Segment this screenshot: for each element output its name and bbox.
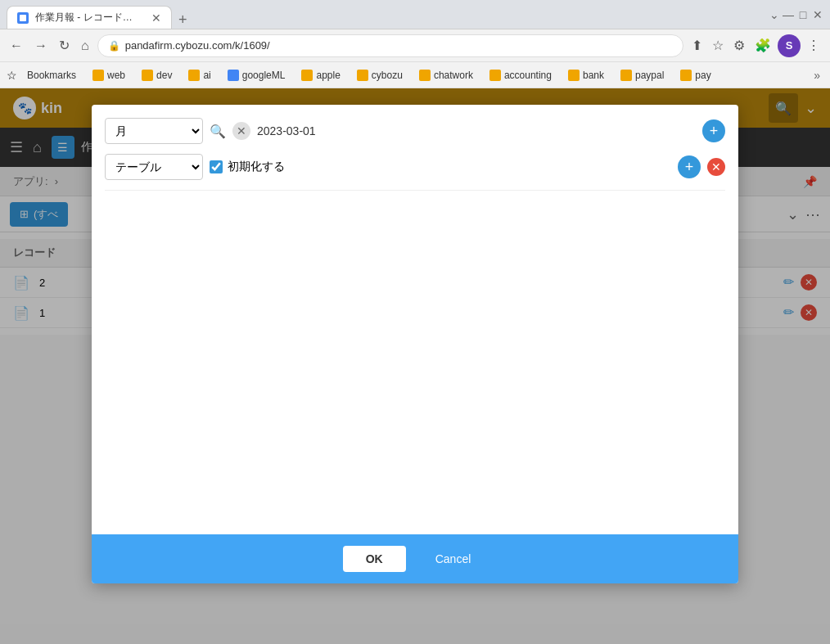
forward-button[interactable]: → (31, 35, 51, 56)
modal-spacer (105, 194, 725, 521)
modal-separator (105, 190, 725, 191)
avatar[interactable]: S (778, 34, 801, 57)
view-type-select[interactable]: テーブル カレンダー リスト (105, 154, 203, 180)
bookmark-web[interactable]: web (86, 68, 132, 83)
browser-chrome: 作業月報 - レコードの一覧 ✕ + ⌄ — □ ✕ ← → ↻ ⌂ 🔒 pan… (0, 0, 830, 88)
window-controls: ⌄ — □ ✕ (769, 8, 823, 21)
bookmark-apple[interactable]: apple (295, 68, 346, 83)
bookmark-accounting[interactable]: accounting (483, 68, 558, 83)
add-row-2-button[interactable]: + (678, 155, 701, 178)
remove-row-2-button[interactable]: ✕ (707, 158, 725, 176)
tab-favicon (17, 12, 29, 24)
nav-bar: ← → ↻ ⌂ 🔒 pandafirm.cybozu.com/k/1609/ ⬆… (0, 29, 830, 62)
clear-date-button[interactable]: ✕ (232, 122, 250, 140)
tab-close-icon[interactable]: ✕ (151, 11, 161, 25)
modal-row-2: テーブル カレンダー リスト 初期化する + ✕ (105, 154, 725, 180)
profile-icon[interactable]: 🧩 (751, 34, 774, 57)
bookmark-chatwork[interactable]: chatwork (413, 68, 480, 83)
title-bar: 作業月報 - レコードの一覧 ✕ + ⌄ — □ ✕ (0, 0, 830, 29)
bookmarks-star-icon: ☆ (7, 69, 17, 82)
bookmark-dev[interactable]: dev (135, 68, 178, 83)
refresh-button[interactable]: ↻ (56, 34, 73, 56)
close-window-button[interactable]: ✕ (812, 9, 823, 20)
back-button[interactable]: ← (7, 35, 26, 56)
bookmark-paypal[interactable]: paypal (614, 68, 670, 83)
bookmark-ai[interactable]: ai (182, 68, 217, 83)
bookmark-cybozu[interactable]: cybozu (350, 68, 409, 83)
url-text: pandafirm.cybozu.com/k/1609/ (125, 39, 673, 52)
modal-footer: OK Cancel (92, 534, 738, 583)
cancel-button[interactable]: Cancel (419, 546, 488, 572)
minimize-button[interactable]: — (783, 9, 794, 20)
bookmark-bank[interactable]: bank (562, 68, 611, 83)
nav-icons: ⬆ ☆ ⚙ 🧩 S ⋮ (688, 34, 823, 57)
chevron-down-icon: ⌄ (769, 8, 779, 21)
modal-overlay: 月 年 週 日 🔍 ✕ + テーブル カレンダー リスト (0, 88, 830, 644)
filter-modal: 月 年 週 日 🔍 ✕ + テーブル カレンダー リスト (92, 105, 738, 583)
bookmarks-overflow-icon[interactable]: » (810, 67, 823, 83)
lock-icon: 🔒 (108, 40, 120, 52)
home-button[interactable]: ⌂ (78, 35, 92, 56)
menu-icon[interactable]: ⋮ (804, 34, 823, 57)
initialize-checkbox-label[interactable]: 初期化する (210, 160, 285, 174)
initialize-checkbox[interactable] (210, 160, 223, 173)
initialize-label: 初期化する (228, 160, 285, 174)
modal-row-1: 月 年 週 日 🔍 ✕ + (105, 118, 725, 144)
bookmark-googleml[interactable]: googleML (221, 68, 292, 83)
bookmarks-label[interactable]: Bookmarks (20, 68, 83, 83)
tab-title: 作業月報 - レコードの一覧 (35, 11, 142, 25)
search-icon-button[interactable]: 🔍 (210, 124, 226, 139)
new-tab-button[interactable]: + (172, 11, 194, 29)
tab-area: 作業月報 - レコードの一覧 ✕ + (7, 0, 769, 29)
maximize-button[interactable]: □ (797, 9, 809, 20)
add-filter-row-button[interactable]: + (702, 119, 725, 142)
date-input[interactable] (257, 118, 696, 144)
bookmark-star-icon[interactable]: ☆ (709, 34, 727, 57)
period-select[interactable]: 月 年 週 日 (105, 118, 203, 144)
address-bar[interactable]: 🔒 pandafirm.cybozu.com/k/1609/ (97, 34, 683, 57)
share-icon[interactable]: ⬆ (688, 34, 706, 57)
page-background: 🐾 kin 🔍 ⌄ ☰ ⌂ ☰ 作業月報 アプリ: › 📌 ⊞ (すべ (0, 88, 830, 644)
active-tab[interactable]: 作業月報 - レコードの一覧 ✕ (7, 6, 172, 29)
bookmarks-bar: ☆ Bookmarks web dev ai googleML apple cy… (0, 62, 830, 88)
ok-button[interactable]: OK (343, 546, 406, 572)
bookmark-pay[interactable]: pay (674, 68, 717, 83)
modal-body: 月 年 週 日 🔍 ✕ + テーブル カレンダー リスト (92, 105, 738, 534)
extensions-icon[interactable]: ⚙ (730, 34, 748, 57)
